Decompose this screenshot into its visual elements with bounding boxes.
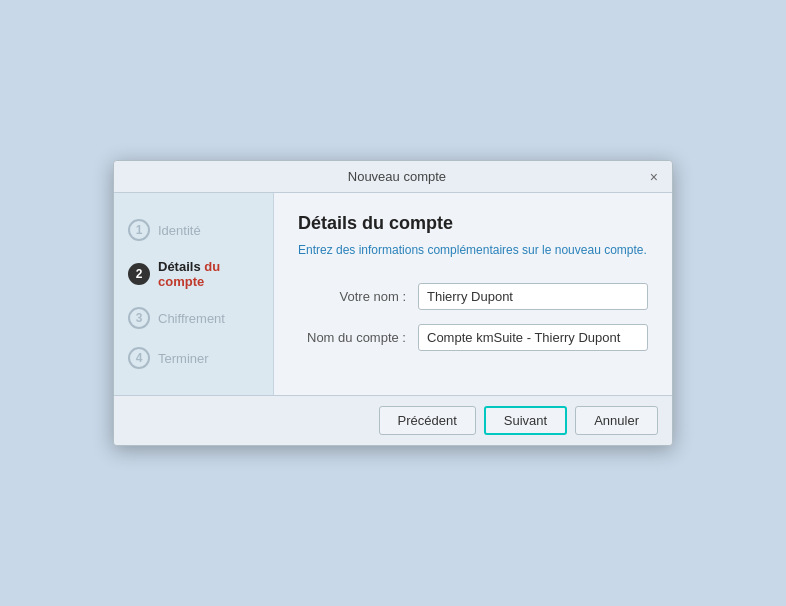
suivant-button[interactable]: Suivant: [484, 406, 567, 435]
dialog-body: 1 Identité 2 Détails du compte 3 Chiffre…: [114, 193, 672, 395]
step-label-identite: Identité: [158, 223, 201, 238]
annuler-button[interactable]: Annuler: [575, 406, 658, 435]
section-desc: Entrez des informations complémentaires …: [298, 242, 648, 259]
step-label-chiffrement: Chiffrement: [158, 311, 225, 326]
dialog-footer: Précédent Suivant Annuler: [114, 395, 672, 445]
dialog-title: Nouveau compte: [146, 169, 648, 184]
sidebar-item-details: 2 Détails du compte: [114, 253, 273, 295]
sidebar-item-chiffrement: 3 Chiffrement: [114, 301, 273, 335]
step-circle-2: 2: [128, 263, 150, 285]
sidebar-item-terminer: 4 Terminer: [114, 341, 273, 375]
label-compte: Nom du compte :: [298, 330, 418, 345]
label-nom: Votre nom :: [298, 289, 418, 304]
section-title: Détails du compte: [298, 213, 648, 234]
dialog: Nouveau compte × 1 Identité 2 Détails du…: [113, 160, 673, 446]
compte-input[interactable]: [418, 324, 648, 351]
precedent-button[interactable]: Précédent: [379, 406, 476, 435]
title-bar: Nouveau compte ×: [114, 161, 672, 193]
form-group-nom: Votre nom :: [298, 283, 648, 310]
sidebar-item-identite: 1 Identité: [114, 213, 273, 247]
step-circle-4: 4: [128, 347, 150, 369]
step-label-details: Détails du compte: [158, 259, 259, 289]
close-button[interactable]: ×: [648, 170, 660, 184]
step-label-details-black: Détails: [158, 259, 204, 274]
main-content: Détails du compte Entrez des information…: [274, 193, 672, 395]
step-circle-1: 1: [128, 219, 150, 241]
step-circle-3: 3: [128, 307, 150, 329]
step-label-terminer: Terminer: [158, 351, 209, 366]
form-group-compte: Nom du compte :: [298, 324, 648, 351]
nom-input[interactable]: [418, 283, 648, 310]
sidebar: 1 Identité 2 Détails du compte 3 Chiffre…: [114, 193, 274, 395]
